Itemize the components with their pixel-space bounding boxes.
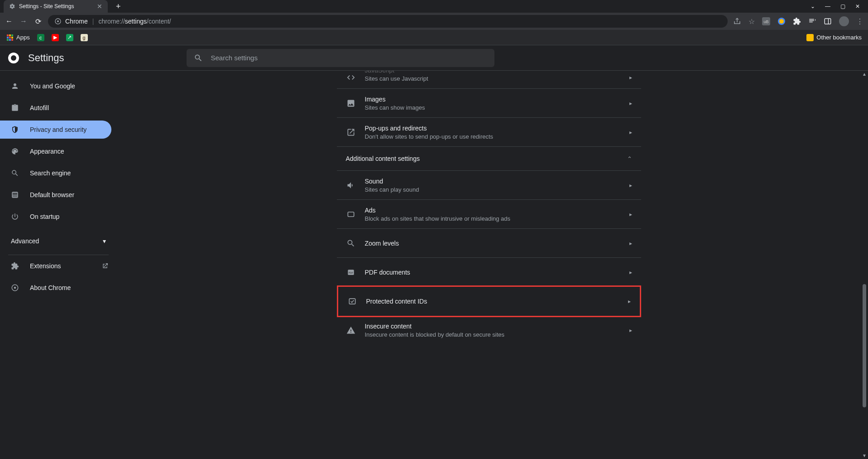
bookmark-icon-1[interactable]: c — [37, 34, 44, 41]
row-title: JavaScript — [365, 71, 620, 74]
maximize-icon[interactable]: ▢ — [840, 3, 845, 10]
menu-icon[interactable]: ⋮ — [856, 17, 863, 26]
bookmark-star-icon[interactable]: ☆ — [748, 17, 755, 26]
sidebar-item-you-and-google[interactable]: You and Google — [0, 77, 111, 95]
reload-icon[interactable]: ⟳ — [34, 17, 43, 26]
reading-list-icon[interactable] — [808, 17, 816, 25]
row-title: Zoom levels — [365, 240, 620, 247]
person-icon — [11, 82, 20, 90]
sidebar-item-default-browser[interactable]: Default browser — [0, 186, 111, 204]
row-sub: Sites can play sound — [365, 186, 620, 193]
sidebar-advanced[interactable]: Advanced ▾ — [0, 232, 117, 250]
chrome-logo-icon — [8, 53, 19, 63]
chrome-icon — [11, 284, 20, 292]
palette-icon — [11, 147, 20, 155]
chevron-right-icon: ▸ — [629, 129, 632, 135]
sidebar-item-on-startup[interactable]: On startup — [0, 208, 111, 226]
section-additional-content[interactable]: Additional content settings ⌃ — [337, 147, 641, 171]
row-title: Insecure content — [365, 323, 620, 330]
setting-row-images[interactable]: Images Sites can show images ▸ — [337, 89, 641, 118]
bookmark-icon-3[interactable]: ↗ — [66, 34, 73, 41]
svg-rect-13 — [11, 37, 13, 39]
open-external-icon — [101, 262, 109, 270]
setting-row-protected-content[interactable]: Protected content IDs ▸ — [338, 287, 640, 316]
new-tab-button[interactable]: + — [116, 2, 121, 11]
sidebar-item-extensions[interactable]: Extensions — [0, 257, 111, 275]
scroll-down-icon[interactable]: ▼ — [862, 453, 867, 458]
chevron-up-icon: ⌃ — [627, 155, 632, 162]
svg-point-1 — [57, 20, 59, 22]
setting-row-pdf[interactable]: PDF PDF documents ▸ — [337, 258, 641, 287]
sidebar: You and Google Autofill Privacy and secu… — [0, 71, 117, 459]
svg-rect-14 — [7, 39, 9, 41]
row-sub: Don't allow sites to send pop-ups or use… — [365, 133, 620, 140]
row-title: Pop-ups and redirects — [365, 125, 620, 132]
svg-rect-23 — [349, 299, 355, 304]
site-info-icon[interactable]: Chrome — [54, 18, 88, 25]
svg-point-19 — [14, 287, 16, 289]
sidebar-item-appearance[interactable]: Appearance — [0, 142, 111, 160]
omnibox-url: chrome://settings/content/ — [98, 18, 171, 25]
setting-row-ads[interactable]: Ads Block ads on sites that show intrusi… — [337, 200, 641, 229]
apps-shortcut[interactable]: Apps — [6, 34, 30, 41]
setting-row-sound[interactable]: Sound Sites can play sound ▸ — [337, 171, 641, 200]
browser-icon — [11, 191, 20, 199]
extension-ublock-icon[interactable]: uB — [762, 17, 770, 25]
svg-point-5 — [779, 19, 784, 24]
titlebar: Settings - Site Settings ✕ + ⌄ ― ▢ ✕ — [0, 0, 868, 13]
chevron-right-icon: ▸ — [629, 269, 632, 275]
svg-rect-9 — [9, 34, 11, 36]
setting-row-zoom[interactable]: Zoom levels ▸ — [337, 229, 641, 258]
sidebar-item-autofill[interactable]: Autofill — [0, 99, 111, 117]
sidebar-item-label: Privacy and security — [30, 126, 86, 133]
extensions-icon[interactable] — [793, 17, 801, 25]
row-title: Ads — [365, 207, 620, 214]
row-title: Images — [365, 96, 620, 103]
other-bookmarks[interactable]: Other bookmarks — [806, 34, 862, 41]
sidebar-item-search-engine[interactable]: Search engine — [0, 164, 111, 182]
svg-rect-20 — [348, 212, 354, 217]
sidebar-item-privacy[interactable]: Privacy and security — [0, 121, 111, 139]
setting-row-javascript[interactable]: JavaScript Sites can use Javascript ▸ — [337, 71, 641, 89]
browser-tab[interactable]: Settings - Site Settings ✕ — [4, 0, 108, 13]
chevron-down-icon[interactable]: ⌄ — [810, 3, 815, 10]
omnibox[interactable]: Chrome | chrome://settings/content/ — [48, 15, 728, 28]
scrollbar-thumb[interactable] — [863, 284, 866, 407]
row-sub: Sites can show images — [365, 104, 620, 111]
svg-rect-15 — [9, 39, 11, 41]
sidebar-item-label: Extensions — [30, 262, 61, 270]
window-controls: ⌄ ― ▢ ✕ — [810, 3, 868, 10]
search-settings[interactable]: Search settings — [187, 49, 494, 67]
setting-row-insecure[interactable]: Insecure content Insecure content is blo… — [337, 316, 641, 345]
bookmarks-bar: Apps c ▶ ↗ g Other bookmarks — [0, 30, 868, 45]
section-label: Additional content settings — [346, 155, 420, 162]
back-icon[interactable]: ← — [5, 17, 14, 25]
chevron-right-icon: ▸ — [629, 182, 632, 188]
vertical-scrollbar[interactable]: ▲ ▼ — [862, 72, 867, 457]
page-title: Settings — [28, 52, 64, 64]
share-icon[interactable] — [733, 17, 741, 25]
svg-text:uB: uB — [763, 19, 768, 24]
close-window-icon[interactable]: ✕ — [855, 3, 860, 10]
highlighted-protected-content: Protected content IDs ▸ — [337, 285, 641, 317]
scroll-up-icon[interactable]: ▲ — [862, 72, 867, 77]
sidebar-item-about[interactable]: About Chrome — [0, 279, 111, 297]
puzzle-icon — [11, 262, 20, 270]
minimize-icon[interactable]: ― — [825, 3, 830, 10]
forward-icon[interactable]: → — [19, 17, 28, 25]
bookmark-icon-goodreads[interactable]: g — [81, 34, 88, 41]
svg-rect-16 — [11, 39, 13, 41]
chevron-right-icon: ▸ — [629, 100, 632, 106]
row-sub: Block ads on sites that show intrusive o… — [365, 215, 620, 222]
sidebar-item-label: On startup — [30, 213, 59, 220]
svg-rect-10 — [11, 34, 13, 36]
zoom-icon — [346, 239, 356, 248]
setting-row-popups[interactable]: Pop-ups and redirects Don't allow sites … — [337, 118, 641, 147]
sidepanel-icon[interactable] — [824, 17, 832, 25]
sound-icon — [346, 181, 356, 190]
avatar[interactable] — [839, 16, 849, 26]
close-icon[interactable]: ✕ — [97, 3, 102, 10]
omnibox-separator: | — [92, 18, 94, 25]
bookmark-icon-youtube[interactable]: ▶ — [52, 34, 59, 41]
extension-color-icon[interactable] — [777, 17, 786, 25]
